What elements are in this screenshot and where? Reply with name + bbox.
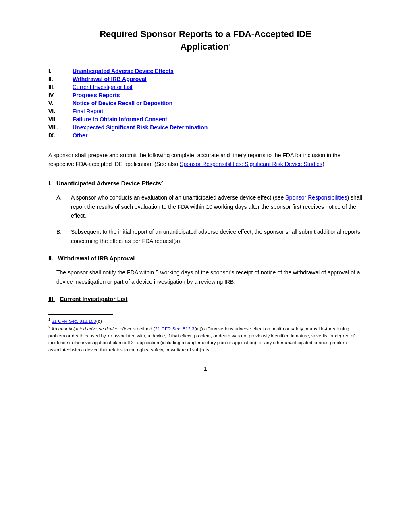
cfr-812-3-link[interactable]: 21 CFR Sec. 812.3 xyxy=(155,326,195,331)
toc-link-9[interactable]: Other xyxy=(73,132,87,139)
table-of-contents: I.Unanticipated Adverse Device EffectsII… xyxy=(48,68,363,139)
toc-link-8[interactable]: Unexpected Significant Risk Device Deter… xyxy=(73,124,208,131)
subsection-b-text: Subsequent to the initial report of an u… xyxy=(71,227,363,245)
subsection-a-letter: A. xyxy=(56,193,71,220)
toc-num-3: III. xyxy=(48,84,73,90)
toc-item-7: VII.Failure to Obtain Informed Consent xyxy=(48,116,363,123)
footnote-1: 1 21 CFR Sec. 812.150(b) xyxy=(48,317,363,325)
toc-link-2[interactable]: Withdrawal of IRB Approval xyxy=(73,76,147,82)
toc-item-1: I.Unanticipated Adverse Device Effects xyxy=(48,68,363,74)
subsection-b: B. Subsequent to the initial report of a… xyxy=(56,227,363,245)
toc-item-9: IX.Other xyxy=(48,132,363,139)
toc-num-7: VII. xyxy=(48,116,73,123)
toc-num-1: I. xyxy=(48,68,73,74)
toc-item-8: VIII.Unexpected Significant Risk Device … xyxy=(48,124,363,131)
page: Required Sponsor Reports to a FDA-Accept… xyxy=(0,0,411,532)
toc-link-7[interactable]: Failure to Obtain Informed Consent xyxy=(73,116,167,123)
toc-link-4[interactable]: Progress Reports xyxy=(73,92,120,98)
page-title: Required Sponsor Reports to a FDA-Accept… xyxy=(48,28,363,53)
subsection-b-letter: B. xyxy=(56,227,71,245)
subsection-a: A. A sponsor who conducts an evaluation … xyxy=(56,193,363,220)
page-number: 1 xyxy=(48,366,363,372)
sponsor-resp-link[interactable]: Sponsor Responsibilities xyxy=(285,194,347,201)
toc-item-4: IV.Progress Reports xyxy=(48,92,363,98)
toc-link-6[interactable]: Final Report xyxy=(73,108,103,114)
toc-item-5: V.Notice of Device Recall or Deposition xyxy=(48,100,363,106)
section-ii-heading: II. Withdrawal of IRB Approval xyxy=(48,255,363,262)
toc-item-6: VI.Final Report xyxy=(48,108,363,114)
toc-num-9: IX. xyxy=(48,132,73,139)
footnote-divider xyxy=(48,314,113,315)
footnote-2: 2 An unanticipated adverse device effect… xyxy=(48,325,363,353)
cfr-812-150-link[interactable]: 21 CFR Sec. 812.150 xyxy=(52,319,96,324)
toc-num-4: IV. xyxy=(48,92,73,98)
sponsor-responsibilities-link[interactable]: Sponsor Responsibilities: Significant Ri… xyxy=(180,161,322,167)
toc-link-1[interactable]: Unanticipated Adverse Device Effects xyxy=(73,68,174,74)
toc-item-2: II.Withdrawal of IRB Approval xyxy=(48,76,363,82)
toc-item-3: III.Current Investigator List xyxy=(48,84,363,90)
toc-num-5: V. xyxy=(48,100,73,106)
intro-paragraph: A sponsor shall prepare and submit the f… xyxy=(48,151,363,169)
section-i-heading: I. Unanticipated Adverse Device Effects2 xyxy=(48,180,363,187)
toc-link-5[interactable]: Notice of Device Recall or Deposition xyxy=(73,100,172,106)
subsection-a-text: A sponsor who conducts an evaluation of … xyxy=(71,193,363,220)
section-ii-text: The sponsor shall notify the FDA within … xyxy=(56,268,363,286)
toc-link-3[interactable]: Current Investigator List xyxy=(73,84,133,90)
section-i-body: A. A sponsor who conducts an evaluation … xyxy=(56,193,363,245)
section-iii-heading: III. Current Investigator List xyxy=(48,296,363,302)
toc-num-8: VIII. xyxy=(48,124,73,131)
toc-num-6: VI. xyxy=(48,108,73,114)
toc-num-2: II. xyxy=(48,76,73,82)
